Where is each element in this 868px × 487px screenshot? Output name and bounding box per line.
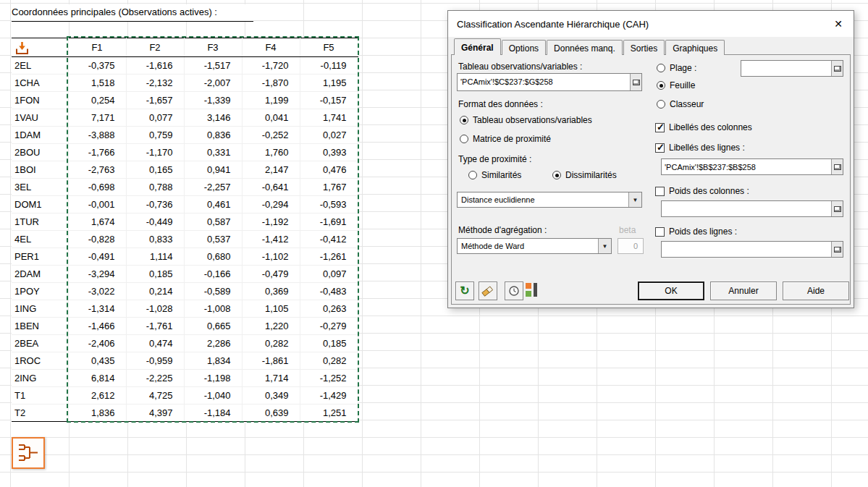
row-label[interactable]: 1FON: [12, 92, 68, 109]
column-header[interactable]: F4: [242, 38, 300, 57]
distance-select[interactable]: Distance euclidienne ▼: [457, 192, 642, 208]
cell-value[interactable]: -1,466: [68, 318, 126, 335]
cancel-button[interactable]: Annuler: [710, 281, 777, 300]
cell-value[interactable]: 0,165: [126, 161, 184, 179]
cell-value[interactable]: -0,166: [184, 266, 242, 283]
row-label[interactable]: 1DAM: [12, 127, 68, 144]
cell-value[interactable]: 0,680: [184, 248, 242, 266]
row-label[interactable]: 2BEA: [12, 335, 68, 352]
proximity-radio-similarites[interactable]: Similarités: [468, 170, 521, 180]
collapse-range-button[interactable]: [831, 201, 843, 216]
cell-value[interactable]: 0,331: [184, 144, 242, 161]
cell-value[interactable]: -0,828: [68, 231, 126, 248]
row-label[interactable]: 2ING: [12, 370, 68, 387]
cell-value[interactable]: -1,861: [242, 352, 300, 370]
chevron-down-icon[interactable]: ▼: [628, 192, 641, 207]
cell-value[interactable]: -0,252: [242, 127, 300, 144]
cell-value[interactable]: 2,147: [242, 161, 300, 179]
ok-button[interactable]: OK: [638, 281, 704, 300]
cell-value[interactable]: -0,736: [126, 196, 184, 213]
cell-value[interactable]: -0,119: [300, 57, 358, 75]
collapse-range-button[interactable]: [831, 61, 843, 76]
tab-graphiques[interactable]: Graphiques: [665, 40, 725, 55]
cell-value[interactable]: -0,375: [68, 57, 126, 75]
cell-value[interactable]: 1,518: [68, 75, 126, 92]
cell-value[interactable]: -0,001: [68, 196, 126, 213]
collapse-range-button[interactable]: [831, 159, 843, 174]
row-label[interactable]: 1BOI: [12, 161, 68, 179]
row-label[interactable]: 1BEN: [12, 318, 68, 335]
row-weights-input[interactable]: [661, 241, 843, 258]
cell-value[interactable]: 0,665: [184, 318, 242, 335]
obs-range-input[interactable]: 'PCAmix'!$C$237:$G$258: [457, 73, 642, 91]
target-radio-classeur[interactable]: Classeur: [657, 99, 704, 109]
row-labels-input[interactable]: 'PCAmix'!$B$237:$B$258: [661, 158, 843, 175]
row-label[interactable]: 2EL: [12, 57, 68, 75]
cell-value[interactable]: 0,027: [300, 127, 358, 144]
cell-value[interactable]: 1,105: [242, 300, 300, 318]
cell-value[interactable]: 0,788: [126, 179, 184, 196]
cell-value[interactable]: 2,286: [184, 335, 242, 352]
cell-value[interactable]: 6,814: [68, 370, 126, 387]
cell-value[interactable]: 0,474: [126, 335, 184, 352]
col-labels-checkbox[interactable]: Libellés des colonnes: [655, 122, 752, 132]
row-label[interactable]: PER1: [12, 248, 68, 266]
column-header[interactable]: F3: [184, 38, 242, 57]
select-data-icon[interactable]: [15, 41, 29, 55]
cell-value[interactable]: -0,483: [300, 283, 358, 300]
tab-donnees-manq[interactable]: Données manq.: [547, 40, 623, 55]
col-weights-value[interactable]: [662, 201, 831, 216]
cell-value[interactable]: -0,698: [68, 179, 126, 196]
cell-value[interactable]: -0,589: [184, 283, 242, 300]
cell-value[interactable]: -1,252: [300, 370, 358, 387]
cell-value[interactable]: -1,616: [126, 57, 184, 75]
cell-value[interactable]: -0,412: [300, 231, 358, 248]
cell-value[interactable]: 0,185: [300, 335, 358, 352]
cell-value[interactable]: -1,192: [242, 213, 300, 231]
cell-value[interactable]: -1,761: [126, 318, 184, 335]
cell-value[interactable]: 1,114: [126, 248, 184, 266]
cell-value[interactable]: 0,185: [126, 266, 184, 283]
row-label[interactable]: 4EL: [12, 231, 68, 248]
cell-value[interactable]: -1,720: [242, 57, 300, 75]
cell-value[interactable]: 4,725: [126, 387, 184, 405]
cell-value[interactable]: 0,759: [126, 127, 184, 144]
plage-input[interactable]: [741, 60, 843, 77]
cell-value[interactable]: 0,214: [126, 283, 184, 300]
cell-value[interactable]: 1,741: [300, 109, 358, 127]
collapse-range-button[interactable]: [831, 242, 843, 257]
row-label[interactable]: 1TUR: [12, 213, 68, 231]
cell-value[interactable]: -0,491: [68, 248, 126, 266]
history-button[interactable]: [505, 281, 523, 300]
cell-value[interactable]: -1,008: [184, 300, 242, 318]
cell-value[interactable]: 0,077: [126, 109, 184, 127]
row-labels-value[interactable]: 'PCAmix'!$B$237:$B$258: [662, 159, 831, 174]
proximity-radio-dissimilarites[interactable]: Dissimilarités: [552, 170, 617, 180]
cell-value[interactable]: -2,257: [184, 179, 242, 196]
cell-value[interactable]: -2,132: [126, 75, 184, 92]
tab-general[interactable]: Général: [454, 38, 501, 55]
row-label[interactable]: 1CHA: [12, 75, 68, 92]
corner-cell[interactable]: [12, 38, 68, 57]
cell-value[interactable]: -3,294: [68, 266, 126, 283]
cell-value[interactable]: 0,282: [242, 335, 300, 352]
collapse-range-button[interactable]: [630, 74, 641, 90]
cell-value[interactable]: 1,834: [184, 352, 242, 370]
cell-value[interactable]: 0,097: [300, 266, 358, 283]
row-label[interactable]: T2: [12, 405, 68, 422]
cell-value[interactable]: -0,449: [126, 213, 184, 231]
column-header[interactable]: F1: [68, 38, 126, 57]
cell-value[interactable]: 1,714: [242, 370, 300, 387]
cell-value[interactable]: 0,041: [242, 109, 300, 127]
cell-value[interactable]: 3,146: [184, 109, 242, 127]
cell-value[interactable]: 0,836: [184, 127, 242, 144]
cell-value[interactable]: -1,870: [242, 75, 300, 92]
cell-value[interactable]: -2,007: [184, 75, 242, 92]
column-header[interactable]: F5: [300, 38, 358, 57]
cell-value[interactable]: -2,225: [126, 370, 184, 387]
row-label[interactable]: DOM1: [12, 196, 68, 213]
cell-value[interactable]: 1,760: [242, 144, 300, 161]
cell-value[interactable]: 1,836: [68, 405, 126, 422]
row-label[interactable]: 2BOU: [12, 144, 68, 161]
cell-value[interactable]: 1,220: [242, 318, 300, 335]
